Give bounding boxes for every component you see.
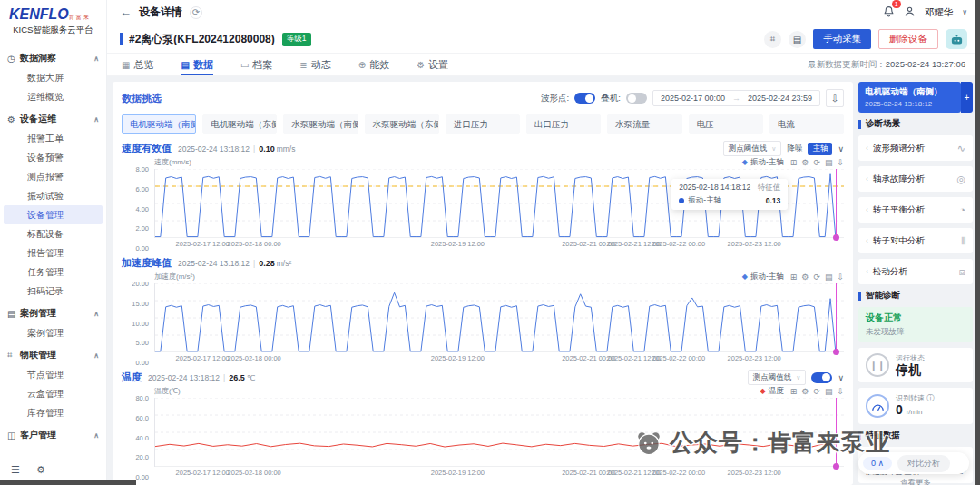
download-icon[interactable]: ⇩ <box>837 272 844 282</box>
series-dot <box>679 198 684 203</box>
diag-item-波形频谱分析[interactable]: ‹波形频谱分析∿ <box>858 135 973 161</box>
settings-icon[interactable]: ⚙ <box>801 158 808 167</box>
download-icon[interactable]: ⇩ <box>826 89 844 107</box>
collapse-chart-icon[interactable]: ∨ <box>838 144 844 153</box>
sidebar-item-设备运维[interactable]: ⚙设备运维∧ <box>0 109 106 129</box>
sidebar-item-报警工单[interactable]: 报警工单 <box>0 129 106 148</box>
iot-icon: ⌗ <box>7 350 20 361</box>
tab-设置[interactable]: ⚙设置 <box>416 54 448 75</box>
notification-bell-icon[interactable]: 1 <box>883 5 895 21</box>
chevron-down-icon: ∨ <box>771 145 776 153</box>
tab-档案[interactable]: ▭档案 <box>240 54 272 75</box>
user-avatar-icon[interactable] <box>904 5 916 21</box>
sidebar-item-节点管理[interactable]: 节点管理 <box>0 365 106 384</box>
download-icon[interactable]: ⇩ <box>837 158 844 167</box>
sidebar-item-标配设备[interactable]: 标配设备 <box>0 224 106 243</box>
back-icon[interactable]: ← <box>120 5 132 19</box>
tab-能效[interactable]: ⊕能效 <box>358 54 389 75</box>
chip-电流[interactable]: 电流 <box>769 114 844 134</box>
sidebar-item-运维概览[interactable]: 运维概览 <box>0 87 106 106</box>
threshold-select[interactable]: 测点阈值线∨ <box>748 370 807 385</box>
plot-area[interactable] <box>154 398 844 467</box>
add-sensor-button[interactable]: + <box>961 82 973 113</box>
restore-icon[interactable]: ⊞ <box>790 387 798 396</box>
threshold-select[interactable]: 测点阈值线∨ <box>723 141 782 156</box>
sidebar-settings-icon[interactable]: ⚙ <box>36 464 45 476</box>
restore-icon[interactable]: ⊞ <box>790 158 798 167</box>
assistant-robot-icon[interactable] <box>946 29 967 49</box>
sidebar-item-任务管理[interactable]: 任务管理 <box>0 262 106 282</box>
collapse-menu-icon[interactable]: ☰ <box>11 464 20 476</box>
plot-area[interactable]: 2025-02-18 14:18:12特征值 振动-主轴0.13 <box>154 169 844 238</box>
chip-水泵流量[interactable]: 水泵流量 <box>607 114 681 134</box>
diag-item-转子平衡分析[interactable]: ‹转子平衡分析◔ <box>858 197 973 223</box>
chevron-up-icon: ∧ <box>93 54 99 63</box>
restore-icon[interactable]: ⊞ <box>790 272 798 282</box>
axis-badge[interactable]: 主轴 <box>808 143 832 155</box>
settings-icon[interactable]: ⚙ <box>801 272 808 282</box>
diag-item-轴承故障分析[interactable]: ‹轴承故障分析◎ <box>858 166 973 192</box>
legend-item[interactable]: ◆温度 <box>760 386 784 397</box>
sidebar-item-案例管理[interactable]: ▤案例管理∧ <box>0 303 106 323</box>
chip-进口压力[interactable]: 进口压力 <box>446 114 520 134</box>
legend-item[interactable]: ◆振动-主轴 <box>742 272 784 282</box>
vertical-scrollbar[interactable] <box>975 0 980 485</box>
legend-item[interactable]: ◆振动-主轴 <box>742 157 784 168</box>
tab-总览[interactable]: ▦总览 <box>122 54 153 75</box>
chip-出口压力[interactable]: 出口压力 <box>526 114 601 134</box>
plot-area[interactable] <box>154 283 844 352</box>
chip-电机驱动端东侧[interactable]: 电机驱动端（东侧.. <box>202 114 277 134</box>
sensor-card[interactable]: 电机驱动端（南侧） 2025-02-24 13:18:12 + <box>858 82 961 113</box>
chip-水泵驱动端东侧[interactable]: 水泵驱动端（东侧.. <box>365 114 439 134</box>
view-more-link[interactable]: 查看更多 <box>858 478 973 485</box>
monitor-icon[interactable]: ⌗ <box>764 31 781 48</box>
manual-collect-button[interactable]: 手动采集 <box>813 29 871 49</box>
chart-toggle[interactable] <box>811 372 832 383</box>
refresh-icon[interactable]: ⟳ <box>813 272 820 282</box>
sidebar-item-设备管理[interactable]: 设备管理 <box>4 205 103 224</box>
date-range-picker[interactable]: 2025-02-17 00:00 → 2025-02-24 23:59 <box>652 90 820 106</box>
sidebar-item-云盒管理[interactable]: 云盒管理 <box>0 384 106 403</box>
horizontal-scrollbar[interactable] <box>0 480 136 485</box>
legend-row: 温度(℃) ◆温度 ⊞⚙⟳▤⇩ <box>154 385 844 397</box>
sidebar-item-数据洞察[interactable]: ◷数据洞察∧ <box>0 48 106 68</box>
chip-电机驱动端南侧[interactable]: 电机驱动端（南侧.. <box>122 114 196 134</box>
settings-icon[interactable]: ⚙ <box>801 387 808 396</box>
save-image-icon[interactable]: ▤ <box>825 272 833 282</box>
sidebar-item-扫码记录[interactable]: 扫码记录 <box>0 282 106 301</box>
diag-item-转子对中分析[interactable]: ‹转子对中分析⫴ <box>858 228 973 253</box>
sidebar-item-客户管理[interactable]: ◫客户管理∧ <box>0 425 106 445</box>
tab-数据[interactable]: ▤数据 <box>181 54 212 75</box>
doc-icon[interactable]: ▤ <box>789 31 806 48</box>
compare-button[interactable]: 对比分析 <box>897 455 950 472</box>
delete-device-button[interactable]: 删除设备 <box>878 29 938 49</box>
diag-item-松动分析[interactable]: ‹松动分析⧈ <box>858 259 973 284</box>
waveform-toggle[interactable] <box>574 93 595 104</box>
tab-动态[interactable]: ≣动态 <box>299 54 330 75</box>
diag-section-title: 诊断场景 <box>858 118 973 130</box>
sidebar-item-设备预警[interactable]: 设备预警 <box>0 148 106 167</box>
overlay-toggle[interactable] <box>626 93 647 104</box>
sidebar-item-库存管理[interactable]: 库存管理 <box>0 403 106 422</box>
refresh-icon[interactable]: ⟳ <box>813 158 820 167</box>
sidebar-item-数据大屏[interactable]: 数据大屏 <box>0 68 106 87</box>
chip-电压[interactable]: 电压 <box>689 114 763 134</box>
data-card: 数据挑选 波形点: 叠机: 2025-02-17 00:00 → 2025-02… <box>113 82 853 485</box>
collapse-chart-icon[interactable]: ∨ <box>838 373 844 382</box>
save-image-icon[interactable]: ▤ <box>825 158 833 167</box>
selected-count-pill[interactable]: 0 ∧ <box>863 457 892 470</box>
user-name[interactable]: 邓耀华 <box>925 6 954 19</box>
download-icon[interactable]: ⇩ <box>837 387 844 396</box>
sidebar-item-报告管理[interactable]: 报告管理 <box>0 243 106 262</box>
refresh-icon[interactable]: ⟳ <box>190 6 202 19</box>
plot-wrap: 20.0015.0010.005.000.00 2025-02-17 12:00… <box>154 283 844 362</box>
refresh-icon[interactable]: ⟳ <box>813 387 820 396</box>
y-axis-labels: 8.006.004.002.000.00 <box>122 169 151 248</box>
diag-items: ‹波形频谱分析∿‹轴承故障分析◎‹转子平衡分析◔‹转子对中分析⫴‹松动分析⧈ <box>858 135 973 284</box>
sidebar-item-物联管理[interactable]: ⌗物联管理∧ <box>0 345 106 365</box>
sidebar-item-振动试验[interactable]: 振动试验 <box>0 186 106 205</box>
chip-水泵驱动端南侧[interactable]: 水泵驱动端（南侧.. <box>283 114 358 134</box>
sidebar-item-测点报警[interactable]: 测点报警 <box>0 167 106 186</box>
save-image-icon[interactable]: ▤ <box>825 387 833 396</box>
sidebar-item-案例管理[interactable]: 案例管理 <box>0 323 106 342</box>
